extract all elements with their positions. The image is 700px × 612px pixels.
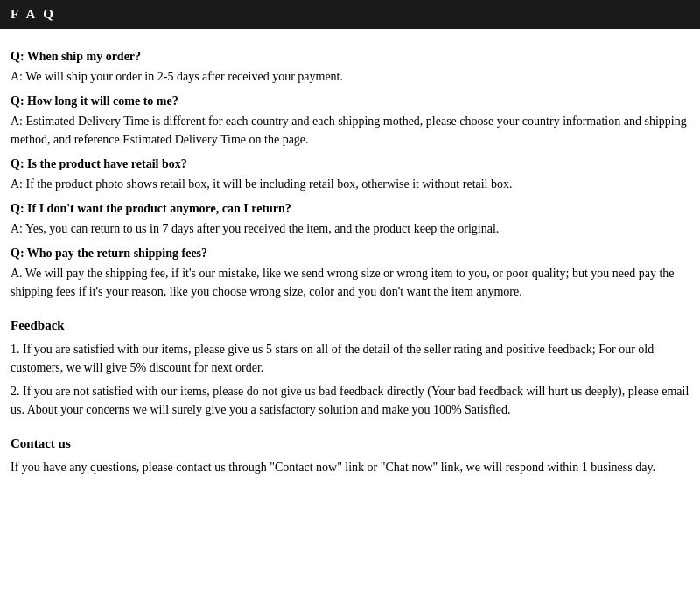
contact-text: If you have any questions, please contac… bbox=[10, 458, 690, 476]
feedback-item-1: 1. If you are satisfied with our items, … bbox=[10, 340, 690, 377]
content-area: Q: When ship my order? A: We will ship y… bbox=[0, 38, 700, 487]
faq-answer-5: A. We will pay the shipping fee, if it's… bbox=[10, 264, 690, 301]
contact-title: Contact us bbox=[10, 436, 690, 451]
faq-item-3: Q: Is the product have retail box? A: If… bbox=[10, 157, 690, 193]
faq-answer-2: A: Estimated Delivery Time is different … bbox=[10, 112, 690, 149]
faq-question-1: Q: When ship my order? bbox=[10, 50, 690, 64]
faq-item-1: Q: When ship my order? A: We will ship y… bbox=[10, 50, 690, 86]
faq-answer-3: A: If the product photo shows retail box… bbox=[10, 175, 690, 193]
faq-question-2: Q: How long it will come to me? bbox=[10, 94, 690, 108]
feedback-title: Feedback bbox=[10, 318, 690, 333]
faq-title: F A Q bbox=[10, 7, 56, 21]
faq-item-2: Q: How long it will come to me? A: Estim… bbox=[10, 94, 690, 149]
faq-answer-1: A: We will ship your order in 2-5 days a… bbox=[10, 67, 690, 86]
faq-question-5: Q: Who pay the return shipping fees? bbox=[10, 247, 690, 261]
faq-item-5: Q: Who pay the return shipping fees? A. … bbox=[10, 247, 690, 301]
faq-question-4: Q: If I don't want the product anymore, … bbox=[10, 202, 690, 216]
feedback-item-2: 2. If you are not satisfied with our ite… bbox=[10, 382, 690, 419]
faq-item-4: Q: If I don't want the product anymore, … bbox=[10, 202, 690, 238]
faq-header-bar: F A Q bbox=[0, 0, 700, 29]
faq-answer-4: A: Yes, you can return to us in 7 days a… bbox=[10, 219, 690, 238]
faq-question-3: Q: Is the product have retail box? bbox=[10, 157, 690, 171]
